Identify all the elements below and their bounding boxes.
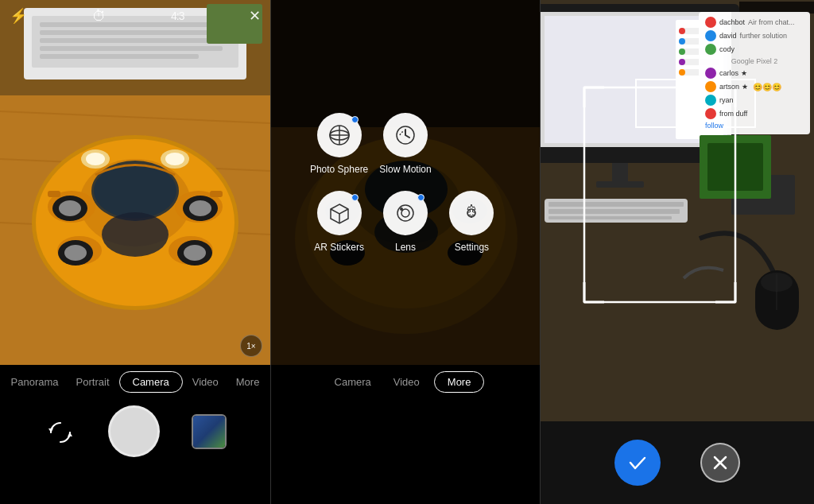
social-row-5: artson ★ 😊😊😊: [705, 81, 804, 92]
svg-point-36: [184, 245, 206, 261]
photo-sphere-label: Photo Sphere: [310, 164, 368, 175]
social-name-1: dachbot: [719, 18, 745, 26]
social-name-7: from duff: [719, 110, 747, 118]
svg-point-60: [400, 207, 403, 211]
ar-stickers-icon-circle: [317, 191, 362, 235]
slow-motion-icon-circle: [383, 113, 428, 157]
svg-point-74: [679, 48, 685, 55]
avatar-2: [705, 30, 716, 41]
social-name-6: ryan: [719, 96, 734, 104]
tab-more-2[interactable]: More: [434, 371, 485, 393]
svg-point-73: [679, 38, 685, 45]
avatar-7: [705, 108, 716, 119]
menu-item-photo-sphere[interactable]: Photo Sphere: [310, 113, 368, 175]
shutter-button[interactable]: [108, 405, 160, 457]
more-menu-overlay: Photo Sphere Slow Motion: [271, 0, 540, 366]
menu-item-ar-stickers[interactable]: AR Stickers: [310, 191, 368, 253]
flash-icon[interactable]: ⚡: [10, 7, 27, 25]
lens-icon-circle: [383, 191, 428, 235]
social-row-4: carlos ★: [705, 68, 804, 79]
confirm-button[interactable]: [614, 440, 661, 486]
svg-rect-83: [548, 216, 672, 219]
svg-rect-79: [596, 181, 644, 188]
viewfinder-2: Photo Sphere Slow Motion: [271, 0, 540, 366]
tab-panorama[interactable]: Panorama: [3, 371, 67, 393]
svg-point-72: [679, 28, 685, 34]
camera-panel-3: LG dachbot Air from chat... david: [541, 0, 814, 504]
svg-rect-38: [210, 191, 223, 197]
settings-icon[interactable]: ✕: [249, 7, 261, 25]
slow-motion-icon: [393, 123, 417, 147]
social-count-1: Air from chat...: [748, 18, 795, 26]
menu-item-slow-motion[interactable]: Slow Motion: [376, 113, 434, 175]
svg-point-24: [165, 153, 184, 165]
social-row-3: cody: [705, 44, 804, 55]
tab-camera-2[interactable]: Camera: [327, 371, 379, 393]
thumbnail-image: [193, 416, 225, 448]
tab-video[interactable]: Video: [184, 371, 227, 393]
shutter-row: [0, 405, 270, 457]
svg-point-30: [59, 200, 81, 216]
svg-rect-37: [48, 191, 60, 197]
svg-rect-7: [40, 46, 223, 51]
photo-sphere-icon-circle: [317, 113, 362, 157]
tab-portrait[interactable]: Portrait: [68, 371, 118, 393]
svg-rect-78: [612, 163, 628, 183]
zoom-label: 1×: [246, 342, 255, 351]
tab-more[interactable]: More: [228, 371, 268, 393]
svg-point-58: [397, 205, 413, 221]
cancel-button[interactable]: [700, 443, 740, 483]
camera-panel-2: Photo Sphere Slow Motion: [270, 0, 541, 504]
social-name-3: cody: [719, 45, 735, 53]
lens-label: Lens: [395, 242, 416, 253]
avatar-5: [705, 81, 716, 92]
social-name-5: artson ★: [719, 83, 748, 91]
settings-label: Settings: [455, 242, 489, 253]
social-name-4: carlos ★: [719, 69, 747, 77]
ar-stickers-dot: [351, 194, 359, 201]
svg-point-59: [401, 209, 409, 217]
bottom-controls-1: Panorama Portrait Camera Video More: [0, 365, 270, 504]
camera-panel-1: ⚡ ⏱ 4:3 ✕ 1× Panorama Portrait Camera Vi…: [0, 0, 270, 504]
photo-sphere-icon: [328, 123, 351, 147]
svg-rect-82: [548, 209, 680, 214]
flip-camera-icon[interactable]: [45, 416, 76, 448]
social-row-1: dachbot Air from chat...: [705, 17, 804, 28]
settings-gear-icon: [459, 201, 483, 225]
svg-point-32: [189, 200, 211, 216]
avatar-6: [705, 95, 716, 106]
avatar-3: [705, 44, 716, 55]
svg-point-75: [679, 59, 685, 65]
car-scene-svg: [0, 0, 270, 366]
timer-icon[interactable]: ⏱: [92, 8, 107, 25]
avatar-1: [705, 17, 716, 28]
lens-action-buttons: [541, 421, 814, 504]
aspect-ratio-icon[interactable]: 4:3: [171, 10, 184, 22]
settings-icon-circle: [449, 191, 494, 235]
tab-camera[interactable]: Camera: [119, 371, 183, 393]
social-row-7: from duff: [705, 108, 804, 119]
menu-item-settings[interactable]: Settings: [443, 191, 501, 253]
social-name-2: david: [719, 32, 737, 40]
lens-icon: [393, 201, 417, 225]
mode-tabs-2: Camera Video More: [271, 365, 540, 396]
zoom-indicator[interactable]: 1×: [240, 335, 262, 357]
mode-tabs-1: Panorama Portrait Camera Video More: [0, 365, 270, 396]
bottom-controls-2: Camera Video More: [271, 365, 540, 504]
ar-stickers-label: AR Stickers: [314, 242, 364, 253]
menu-item-lens[interactable]: Lens: [376, 191, 434, 253]
social-row-6: ryan: [705, 95, 804, 106]
social-count-2: further solution: [740, 32, 788, 40]
checkmark-icon: [626, 452, 649, 474]
svg-rect-81: [548, 202, 684, 207]
avatar-4: [705, 68, 716, 79]
slow-motion-label: Slow Motion: [379, 164, 431, 175]
social-panel: dachbot Air from chat... david further s…: [699, 12, 810, 134]
tab-video-2[interactable]: Video: [386, 371, 428, 393]
social-row-2: david further solution: [705, 30, 804, 41]
viewfinder-3: LG dachbot Air from chat... david: [541, 0, 814, 421]
follow-link[interactable]: follow: [705, 122, 804, 130]
svg-rect-6: [40, 38, 215, 43]
pixel-brand-text: Google Pixel 2: [705, 57, 804, 65]
photo-thumbnail[interactable]: [192, 414, 227, 449]
